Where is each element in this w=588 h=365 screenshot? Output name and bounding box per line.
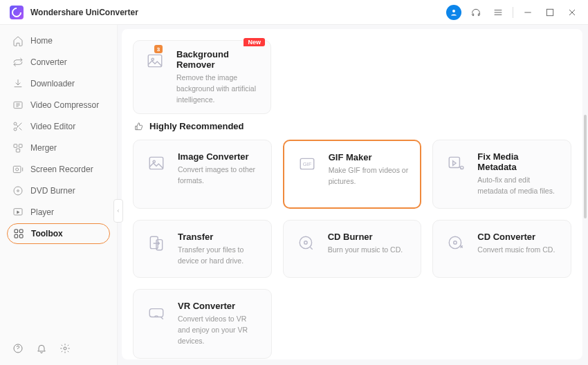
feature-count-badge: 3 xyxy=(154,45,163,53)
card-desc: Remove the image background with artific… xyxy=(176,73,261,105)
nav-label: Toolbox xyxy=(31,229,63,238)
sidebar-item-toolbox[interactable]: Toolbox xyxy=(7,223,110,244)
card-title: Transfer xyxy=(178,232,260,242)
gif-icon xyxy=(295,152,319,176)
card-desc: Convert videos to VR and enjoy on your V… xyxy=(178,314,260,346)
transfer-icon xyxy=(145,232,168,255)
disc-icon xyxy=(12,185,24,196)
sidebar-item-converter[interactable]: Converter xyxy=(7,52,110,73)
card-gif-maker[interactable]: GIF MakerMake GIF from videos or picture… xyxy=(283,140,422,209)
sidebar-item-screen-recorder[interactable]: Screen Recorder xyxy=(7,159,110,180)
card-desc: Transfer your files to device or hard dr… xyxy=(178,245,260,267)
play-icon xyxy=(12,207,24,218)
minimize-button[interactable] xyxy=(520,5,535,20)
card-title: CD Converter xyxy=(477,232,560,242)
card-fix-media-metadata[interactable]: Fix Media MetadataAuto-fix and edit meta… xyxy=(432,140,571,209)
card-desc: Auto-fix and edit metadata of media file… xyxy=(477,175,560,197)
scissors-icon xyxy=(12,121,24,132)
card-desc: Make GIF from videos or pictures. xyxy=(329,165,410,187)
maximize-button[interactable] xyxy=(542,5,558,20)
card-desc: Burn your music to CD. xyxy=(328,245,410,256)
card-background-remover[interactable]: 3 New Background Remover Remove the imag… xyxy=(133,40,271,114)
converter-icon xyxy=(12,57,24,68)
download-icon xyxy=(12,78,24,89)
card-image-converter[interactable]: Image ConverterConvert images to other f… xyxy=(133,140,272,209)
card-desc: Convert music from CD. xyxy=(477,245,560,256)
card-transfer[interactable]: TransferTransfer your files to device or… xyxy=(133,220,272,279)
image-icon xyxy=(145,151,168,175)
thumbs-up-icon xyxy=(134,122,144,131)
sidebar: HomeConverterDownloaderVideo CompressorV… xyxy=(0,25,118,365)
nav-label: Video Editor xyxy=(30,122,75,131)
sidebar-item-video-editor[interactable]: Video Editor xyxy=(7,116,110,137)
card-title: GIF Maker xyxy=(329,152,410,162)
card-title: VR Converter xyxy=(178,301,260,311)
settings-icon[interactable] xyxy=(58,341,72,355)
vr-icon xyxy=(145,301,168,324)
home-icon xyxy=(12,35,24,46)
nav-label: DVD Burner xyxy=(30,186,75,196)
nav-label: Merger xyxy=(30,143,57,153)
nav-label: Converter xyxy=(30,57,67,67)
titlebar: Wondershare UniConverter xyxy=(0,0,588,25)
sidebar-item-dvd-burner[interactable]: DVD Burner xyxy=(7,180,110,201)
scrollbar[interactable] xyxy=(584,115,587,218)
card-vr-converter[interactable]: VR ConverterConvert videos to VR and enj… xyxy=(133,289,272,358)
sidebar-item-home[interactable]: Home xyxy=(7,30,110,51)
close-button[interactable] xyxy=(564,5,580,20)
card-title: Background Remover xyxy=(176,49,261,70)
new-badge: New xyxy=(244,38,265,46)
nav-label: Player xyxy=(30,207,54,217)
card-cd-converter[interactable]: CD ConverterConvert music from CD. xyxy=(432,220,571,279)
nav-label: Downloader xyxy=(30,79,75,88)
help-icon[interactable] xyxy=(11,341,25,355)
nav-label: Home xyxy=(30,36,53,46)
cdburn-icon xyxy=(295,232,318,255)
sidebar-item-video-compressor[interactable]: Video Compressor xyxy=(7,95,110,115)
card-title: Image Converter xyxy=(178,151,260,162)
card-title: Fix Media Metadata xyxy=(477,151,560,172)
app-logo xyxy=(10,6,24,19)
user-avatar[interactable] xyxy=(446,5,461,20)
collapse-sidebar-button[interactable] xyxy=(113,199,123,223)
record-icon xyxy=(12,164,24,175)
card-title: CD Burner xyxy=(328,232,410,242)
card-desc: Convert images to other formats. xyxy=(178,165,260,187)
menu-icon[interactable] xyxy=(490,5,506,20)
grid-icon xyxy=(13,228,24,239)
main-content: 3 New Background Remover Remove the imag… xyxy=(122,29,582,359)
section-header: Highly Recommended xyxy=(134,121,571,131)
sidebar-item-downloader[interactable]: Downloader xyxy=(7,73,110,94)
app-title: Wondershare UniConverter xyxy=(30,8,138,17)
nav-label: Video Compressor xyxy=(30,100,99,110)
section-title: Highly Recommended xyxy=(149,121,244,131)
support-icon[interactable] xyxy=(468,5,484,20)
notification-icon[interactable] xyxy=(35,341,48,355)
compress-icon xyxy=(12,100,24,111)
cdconv-icon xyxy=(444,232,468,255)
meta-icon xyxy=(444,151,468,175)
sidebar-item-merger[interactable]: Merger xyxy=(7,138,110,158)
tool-grid: Image ConverterConvert images to other f… xyxy=(133,140,571,358)
nav-label: Screen Recorder xyxy=(30,165,93,174)
sidebar-item-player[interactable]: Player xyxy=(7,202,110,223)
merge-icon xyxy=(12,142,24,153)
card-cd-burner[interactable]: CD BurnerBurn your music to CD. xyxy=(283,220,422,279)
